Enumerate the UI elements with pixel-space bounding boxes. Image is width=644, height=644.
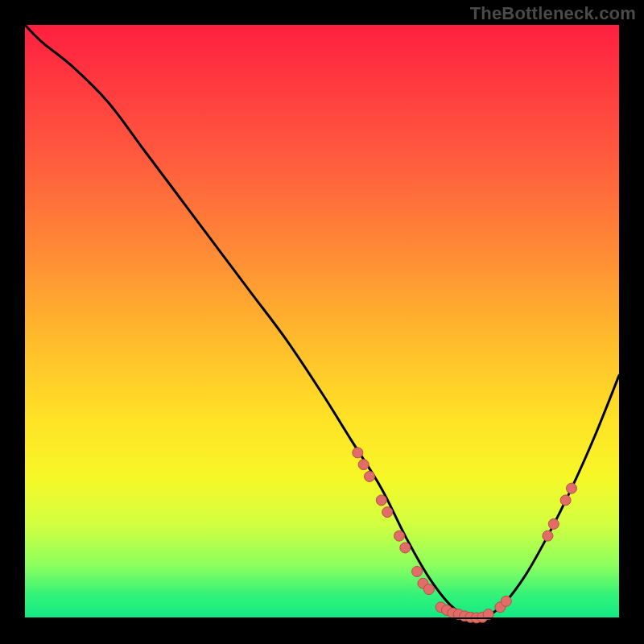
chart-frame: TheBottleneck.com [0, 0, 644, 644]
curve-marker [412, 566, 423, 576]
curve-marker [365, 471, 375, 481]
curve-marker [382, 507, 393, 518]
curve-marker [560, 495, 571, 506]
curve-svg [25, 25, 619, 619]
curve-marker [353, 448, 363, 458]
bottleneck-curve-line [25, 25, 619, 619]
curve-marker [423, 584, 434, 595]
curve-marker [358, 460, 369, 470]
watermark-text: TheBottleneck.com [470, 3, 636, 24]
curve-marker [548, 518, 559, 529]
curve-marker [400, 543, 411, 553]
curve-markers [353, 448, 577, 623]
curve-marker [566, 483, 576, 493]
curve-marker [501, 596, 511, 606]
plot-area [25, 25, 619, 619]
curve-marker [394, 530, 404, 541]
curve-marker [543, 530, 553, 541]
plot-bottom-band [25, 617, 619, 619]
curve-marker [376, 495, 386, 506]
